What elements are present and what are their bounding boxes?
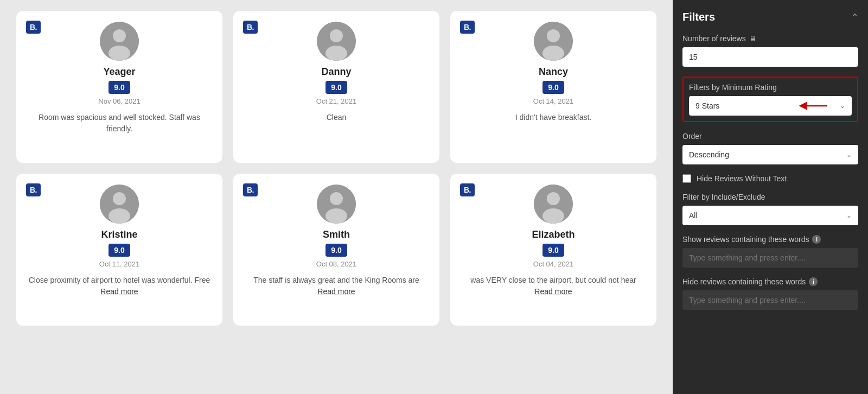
include-exclude-select-wrapper: All Include Exclude ⌄ bbox=[682, 206, 858, 225]
review-text: was VERY close to the airport, but could… bbox=[461, 275, 646, 297]
svg-point-7 bbox=[547, 29, 560, 42]
review-card: B. Kristine9.0Oct 11, 2021Close proximit… bbox=[16, 174, 222, 326]
order-label: Order bbox=[682, 132, 858, 141]
review-date: Oct 21, 2021 bbox=[316, 97, 356, 105]
include-exclude-label: Filter by Include/Exclude bbox=[682, 193, 858, 201]
number-of-reviews-section: Number of reviews 🖥 bbox=[682, 34, 858, 67]
reviewer-name: Kristine bbox=[101, 229, 137, 240]
minimum-rating-select-wrapper: Any 6 Stars 7 Stars 8 Stars 9 Stars 10 S… bbox=[689, 96, 852, 116]
reviews-grid: B. Yeager9.0Nov 06, 2021Room was spaciou… bbox=[16, 11, 656, 326]
order-section: Order Ascending Descending ⌄ bbox=[682, 132, 858, 164]
review-date: Oct 08, 2021 bbox=[316, 260, 356, 268]
avatar bbox=[100, 22, 139, 61]
svg-point-14 bbox=[326, 208, 347, 224]
reviewer-name: Danny bbox=[321, 66, 351, 78]
svg-point-8 bbox=[542, 46, 564, 61]
review-text: Close proximity of airport to hotel was … bbox=[27, 275, 212, 297]
rating-badge: 9.0 bbox=[326, 244, 347, 257]
sidebar: Filters ⌃ Number of reviews 🖥 Filters by… bbox=[673, 0, 868, 394]
avatar bbox=[317, 185, 356, 224]
svg-point-17 bbox=[542, 208, 564, 224]
read-more-link[interactable]: Read more bbox=[100, 287, 138, 296]
order-select[interactable]: Ascending Descending bbox=[682, 145, 858, 164]
read-more-link[interactable]: Read more bbox=[534, 287, 572, 296]
reviewer-name: Yeager bbox=[103, 66, 135, 78]
booking-badge: B. bbox=[26, 21, 41, 34]
rating-badge: 9.0 bbox=[542, 244, 564, 257]
avatar bbox=[317, 22, 356, 61]
red-arrow-annotation bbox=[797, 100, 830, 111]
svg-point-2 bbox=[108, 46, 130, 61]
show-words-label: Show reviews containing these words i bbox=[682, 235, 858, 244]
review-card: B. Danny9.0Oct 21, 2021Clean bbox=[233, 11, 439, 163]
review-card: B. Smith9.0Oct 08, 2021The staff is alwa… bbox=[233, 174, 439, 326]
show-words-input[interactable] bbox=[682, 248, 858, 268]
booking-badge: B. bbox=[243, 183, 258, 196]
review-date: Oct 11, 2021 bbox=[99, 260, 139, 268]
review-card: B. Elizabeth9.0Oct 04, 2021was VERY clos… bbox=[450, 174, 656, 326]
include-exclude-select[interactable]: All Include Exclude bbox=[682, 206, 858, 225]
show-words-info-icon[interactable]: i bbox=[812, 235, 821, 244]
svg-point-1 bbox=[113, 29, 126, 42]
hide-words-label: Hide reviews containing these words i bbox=[682, 277, 858, 286]
review-date: Oct 14, 2021 bbox=[533, 97, 573, 105]
order-select-wrapper: Ascending Descending ⌄ bbox=[682, 145, 858, 164]
svg-point-10 bbox=[113, 192, 126, 205]
rating-badge: 9.0 bbox=[108, 244, 130, 257]
svg-point-16 bbox=[547, 192, 560, 205]
main-content: B. Yeager9.0Nov 06, 2021Room was spaciou… bbox=[0, 0, 673, 394]
show-words-section: Show reviews containing these words i bbox=[682, 235, 858, 268]
minimum-rating-section: Filters by Minimum Rating Any 6 Stars 7 … bbox=[682, 77, 858, 122]
svg-point-13 bbox=[330, 192, 343, 205]
reviewer-name: Elizabeth bbox=[532, 229, 575, 240]
minimum-rating-label: Filters by Minimum Rating bbox=[689, 83, 852, 92]
booking-badge: B. bbox=[460, 21, 475, 34]
sidebar-header: Filters ⌃ bbox=[682, 11, 858, 23]
review-card: B. Nancy9.0Oct 14, 2021I didn't have bre… bbox=[450, 11, 656, 163]
review-text: Clean bbox=[327, 112, 347, 123]
hide-reviews-row: Hide Reviews Without Text bbox=[682, 174, 858, 183]
hide-words-section: Hide reviews containing these words i bbox=[682, 277, 858, 310]
avatar bbox=[534, 185, 573, 224]
number-of-reviews-label: Number of reviews 🖥 bbox=[682, 34, 858, 43]
hide-reviews-label: Hide Reviews Without Text bbox=[697, 174, 787, 183]
review-text: The staff is always great and the King R… bbox=[244, 275, 429, 297]
review-text: Room was spacious and well stocked. Staf… bbox=[27, 112, 212, 135]
review-card: B. Yeager9.0Nov 06, 2021Room was spaciou… bbox=[16, 11, 222, 163]
review-date: Nov 06, 2021 bbox=[98, 97, 140, 105]
review-text: I didn't have breakfast. bbox=[515, 112, 591, 123]
chevron-up-icon[interactable]: ⌃ bbox=[851, 12, 858, 22]
rating-badge: 9.0 bbox=[542, 81, 564, 94]
svg-point-4 bbox=[330, 29, 343, 42]
booking-badge: B. bbox=[243, 21, 258, 34]
avatar bbox=[100, 185, 139, 224]
svg-point-5 bbox=[326, 46, 347, 61]
review-date: Oct 04, 2021 bbox=[533, 260, 573, 268]
read-more-link[interactable]: Read more bbox=[317, 287, 355, 296]
hide-words-input[interactable] bbox=[682, 290, 858, 310]
booking-badge: B. bbox=[26, 183, 41, 196]
reviewer-name: Smith bbox=[323, 229, 350, 240]
hide-reviews-checkbox[interactable] bbox=[682, 174, 691, 183]
hide-words-info-icon[interactable]: i bbox=[809, 277, 818, 286]
booking-badge: B. bbox=[460, 183, 475, 196]
number-of-reviews-input[interactable] bbox=[682, 47, 858, 67]
include-exclude-section: Filter by Include/Exclude All Include Ex… bbox=[682, 193, 858, 225]
sidebar-title: Filters bbox=[682, 11, 715, 23]
monitor-icon: 🖥 bbox=[749, 34, 757, 43]
rating-badge: 9.0 bbox=[108, 81, 130, 94]
svg-point-11 bbox=[108, 208, 130, 224]
reviewer-name: Nancy bbox=[539, 66, 568, 78]
rating-badge: 9.0 bbox=[326, 81, 347, 94]
avatar bbox=[534, 22, 573, 61]
